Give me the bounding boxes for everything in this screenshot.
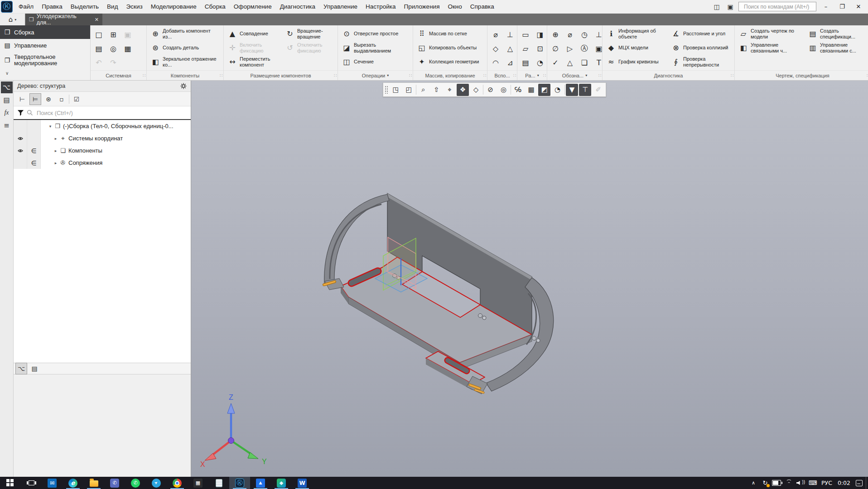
command-search-input[interactable] — [743, 3, 815, 10]
gear-icon[interactable] — [180, 82, 187, 90]
ribbon-button[interactable]: ◧Зеркальное отражение ко... — [149, 55, 222, 69]
group-footer[interactable]: Ра...▾∷ — [517, 70, 547, 80]
system-tool-icon[interactable]: ▤ — [93, 42, 105, 55]
annotation-tool-icon[interactable]: ▷ — [564, 42, 576, 55]
taskbar-app-button[interactable]: ✆ — [125, 477, 146, 489]
menu-item[interactable]: Управление — [319, 0, 362, 14]
window-layout-icon[interactable]: ◫ — [711, 3, 722, 10]
expander-icon[interactable]: ▸ — [53, 136, 59, 141]
ribbon-button[interactable]: ✛Включить фиксацию — [226, 41, 283, 55]
panel-switch-icon[interactable]: ⌥ — [1, 82, 13, 93]
panel-switch-icon[interactable]: fx — [1, 107, 13, 119]
ribbon-button[interactable]: ↔Переместить компонент — [226, 55, 283, 69]
include-cell[interactable]: ∈ — [27, 132, 41, 144]
tray-item[interactable]: ∧ — [748, 477, 758, 489]
menu-item[interactable]: Диагностика — [276, 0, 319, 14]
view-toolbar-button[interactable]: ℅ — [512, 84, 524, 96]
ribbon-tab-solid-modeling[interactable]: ❐ Твердотельное моделирование — [0, 52, 90, 69]
view-toolbar-button[interactable]: ⌖ — [444, 84, 456, 96]
ribbon-button[interactable]: ◪Вырезать выдавливанием — [340, 41, 411, 55]
taskbar-app-button[interactable]: ✉ — [42, 477, 63, 489]
view-toolbar-button[interactable]: ◔ — [551, 84, 564, 96]
menu-item[interactable]: Сборка — [201, 0, 230, 14]
taskbar-app-button[interactable] — [21, 477, 42, 489]
ribbon-tab-upravlenie[interactable]: ▤ Управление — [0, 39, 90, 52]
ribbon-button[interactable]: ✦Коллекция геометрии — [415, 55, 484, 69]
ribbon-button[interactable]: ◱Копировать объекты — [415, 41, 484, 55]
ribbon-button[interactable]: ∡Расстояние и угол — [670, 27, 733, 41]
tray-item[interactable]: 0:02 — [836, 477, 852, 489]
taskbar-app-button[interactable] — [167, 477, 188, 489]
visibility-cell[interactable] — [14, 144, 27, 157]
menu-item[interactable]: Эскиз — [122, 0, 147, 14]
menu-item[interactable]: Моделирование — [147, 0, 201, 14]
tree-view-tab[interactable]: ⌥ — [15, 363, 27, 374]
system-tool-icon[interactable]: ↷ — [107, 56, 119, 69]
ribbon-button[interactable]: ⊗Проверка коллизий — [670, 41, 733, 55]
annotation-tool-icon[interactable]: ◷ — [579, 28, 590, 41]
group-footer[interactable]: Компоненты∷ — [147, 70, 223, 80]
taskbar-app-button[interactable]: ▲ — [250, 477, 271, 489]
view-toolbar-button[interactable]: ▾ — [564, 85, 565, 95]
dimension-tool-icon[interactable]: ⊡ — [534, 42, 546, 55]
group-footer[interactable]: Массив, копирование∷ — [413, 70, 487, 80]
menu-item[interactable]: Справка — [466, 0, 498, 14]
view-toolbar-button[interactable]: ◰ — [403, 84, 415, 96]
group-footer[interactable]: Размещение компонентов∷ — [224, 70, 338, 80]
expander-icon[interactable]: ▾ — [47, 124, 53, 129]
visibility-cell[interactable] — [14, 120, 27, 132]
group-footer[interactable]: Диагностика∷ — [603, 70, 734, 80]
tree-row[interactable]: ∈ ▸ ⌖ Системы координат — [14, 132, 191, 144]
annotation-tool-icon[interactable]: ⊕ — [550, 28, 561, 41]
tray-item[interactable]: РУС — [820, 477, 834, 489]
tree-row[interactable]: ∈ ▾ ❒ (-)Сборка (Тел-0, Сборочных единиц… — [14, 120, 191, 132]
ribbon-button[interactable]: ▤Создать спецификаци... — [806, 27, 868, 41]
view-toolbar-button[interactable]: ▦ — [525, 84, 537, 96]
menu-item[interactable]: Файл — [14, 0, 38, 14]
menu-item[interactable]: Правка — [38, 0, 67, 14]
restore-button[interactable]: ❐ — [835, 3, 849, 10]
taskbar-app-button[interactable]: e — [63, 477, 83, 489]
group-footer[interactable]: Обозна...▾∷ — [547, 70, 602, 80]
ribbon-button[interactable]: ↺Отключить фиксацию — [284, 41, 340, 55]
document-tab[interactable]: ❒ Углодержатель для... ✕ — [25, 14, 102, 25]
menu-item[interactable]: Оформление — [230, 0, 276, 14]
annotation-tool-icon[interactable]: ✓ — [550, 56, 561, 69]
view-toolbar-button[interactable]: ⊘ — [484, 84, 497, 96]
dimension-tool-icon[interactable]: ▱ — [520, 42, 531, 55]
ribbon-button[interactable]: ▲Совпадение — [226, 27, 283, 41]
tree-toolbar-button[interactable]: ▾ — [69, 95, 69, 104]
include-cell[interactable]: ∈ — [27, 144, 41, 157]
taskbar-app-button[interactable] — [0, 477, 21, 489]
tree-toolbar-button[interactable]: ⊛ — [43, 93, 54, 105]
group-footer[interactable]: Операции▾∷ — [338, 70, 413, 80]
ribbon-button[interactable]: ℹИнформация об объекте — [605, 27, 669, 41]
view-toolbar-button[interactable]: ✐ — [592, 84, 604, 96]
aux-tool-icon[interactable]: ⊿ — [504, 56, 516, 69]
home-button[interactable]: ⌂ ▾ — [0, 14, 25, 25]
include-cell[interactable]: ∈ — [27, 157, 41, 169]
tree-row[interactable]: ∈ ▸ ❏ Компоненты — [14, 144, 191, 157]
dimension-tool-icon[interactable]: ◔ — [534, 56, 546, 69]
close-button[interactable]: ✕ — [852, 3, 865, 10]
dimension-tool-icon[interactable]: ◨ — [534, 28, 546, 41]
ribbon-button[interactable]: ▥Управление связанными с... — [806, 41, 868, 55]
visibility-cell[interactable] — [14, 157, 27, 169]
tray-item[interactable]: ↻ — [760, 477, 770, 489]
tray-item[interactable] — [796, 477, 806, 489]
menu-item[interactable]: Вид — [103, 0, 122, 14]
tree-view-tab[interactable]: ▤ — [29, 363, 40, 374]
tree-toolbar-button[interactable]: ☑ — [71, 93, 82, 105]
tree-row[interactable]: ∈ ▸ ✇ Сопряжения — [14, 157, 191, 169]
view-toolbar-button[interactable]: ▼ — [566, 84, 578, 96]
group-footer[interactable]: Вспо...∷ — [487, 70, 517, 80]
taskbar-app-button[interactable]: ➤ — [146, 477, 167, 489]
expander-icon[interactable]: ▸ — [53, 149, 59, 153]
taskbar-app-button[interactable]: Ⓚ — [229, 477, 250, 489]
visibility-cell[interactable] — [14, 132, 27, 144]
annotation-tool-icon[interactable]: ⌀ — [564, 28, 576, 41]
minimize-button[interactable]: – — [819, 3, 833, 10]
taskbar-app-button[interactable]: ▦ — [188, 477, 208, 489]
taskbar-app-button[interactable] — [208, 477, 229, 489]
view-toolbar-button[interactable]: ⇧ — [430, 84, 443, 96]
